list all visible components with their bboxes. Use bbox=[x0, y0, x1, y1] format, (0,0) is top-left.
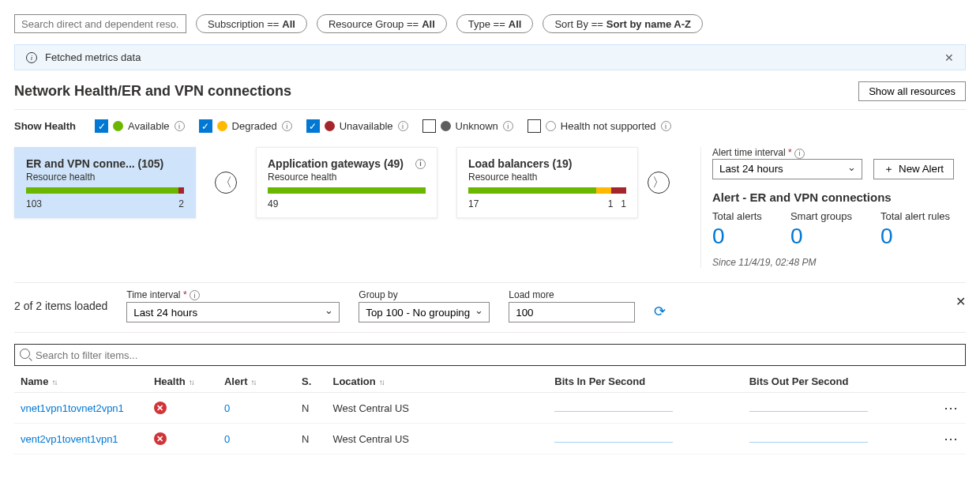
status-dot-icon bbox=[325, 121, 335, 131]
title-row: Network Health/ER and VPN connections Sh… bbox=[14, 81, 966, 101]
sort-icon: ↑↓ bbox=[251, 378, 256, 387]
alert-count-link[interactable]: 0 bbox=[224, 402, 230, 414]
alert-metric-value[interactable]: 0 bbox=[790, 224, 852, 249]
health-option-label: Available bbox=[128, 120, 170, 132]
carousel-next-button[interactable]: 〉 bbox=[648, 172, 670, 194]
error-icon: ✕ bbox=[154, 432, 167, 445]
alert-interval-label: Alert time interval * i bbox=[712, 147, 862, 159]
alert-count-link[interactable]: 0 bbox=[224, 433, 230, 445]
column-header[interactable]: Bits Out Per Second bbox=[743, 371, 937, 393]
health-option-label: Degraded bbox=[232, 120, 277, 132]
health-checkbox[interactable] bbox=[422, 119, 436, 133]
help-icon[interactable]: i bbox=[503, 121, 513, 131]
info-message: Fetched metrics data bbox=[45, 51, 141, 63]
help-icon[interactable]: i bbox=[282, 121, 292, 131]
loadmore-input[interactable] bbox=[509, 302, 635, 322]
resource-card[interactable]: ER and VPN conne... (105)Resource health… bbox=[14, 147, 196, 218]
groupby-label: Group by bbox=[359, 289, 490, 300]
help-icon[interactable]: i bbox=[794, 149, 805, 159]
info-icon: i bbox=[26, 52, 37, 63]
health-checkbox[interactable] bbox=[95, 119, 108, 133]
alert-panel: Alert time interval * i Last 24 hours ＋ … bbox=[681, 147, 966, 268]
top-toolbar: Subscription == AllResource Group == All… bbox=[14, 14, 966, 33]
close-icon[interactable]: ✕ bbox=[944, 51, 954, 64]
loadmore-label: Load more bbox=[509, 289, 635, 300]
subscription-cell: N bbox=[295, 393, 326, 424]
filter-search-row bbox=[14, 344, 966, 366]
search-input[interactable] bbox=[14, 14, 186, 33]
status-dot-icon bbox=[546, 121, 556, 131]
health-checkbox[interactable] bbox=[528, 119, 541, 133]
row-menu-button[interactable]: ⋯ bbox=[944, 431, 959, 447]
mid-row: ER and VPN conne... (105)Resource health… bbox=[14, 147, 966, 268]
filter-pill[interactable]: Sort By == Sort by name A-Z bbox=[543, 14, 703, 33]
alert-metric-label: Total alert rules bbox=[880, 210, 950, 222]
help-icon[interactable]: i bbox=[661, 121, 671, 131]
alert-metric-value[interactable]: 0 bbox=[712, 224, 762, 249]
plus-icon: ＋ bbox=[884, 162, 894, 176]
alert-heading: Alert - ER and VPN connections bbox=[712, 190, 966, 204]
sparkline-in bbox=[554, 404, 673, 412]
resource-card[interactable]: Application gateways (49)iResource healt… bbox=[256, 147, 437, 218]
carousel-prev-button[interactable]: 〈 bbox=[215, 172, 237, 194]
controls-row: 2 of 2 items loaded Time interval * i La… bbox=[14, 282, 966, 334]
status-dot-icon bbox=[217, 121, 227, 131]
resource-link[interactable]: vent2vp1tovent1vpn1 bbox=[21, 433, 118, 445]
show-all-resources-button[interactable]: Show all resources bbox=[858, 81, 966, 101]
results-table: Name↑↓Health↑↓Alert↑↓S.Location↑↓Bits In… bbox=[14, 371, 966, 454]
cards-zone: ER and VPN conne... (105)Resource health… bbox=[14, 147, 670, 218]
filter-pill[interactable]: Type == All bbox=[456, 14, 534, 33]
refresh-icon[interactable]: ⟳ bbox=[654, 303, 666, 320]
subscription-cell: N bbox=[295, 424, 326, 454]
location-cell: West Central US bbox=[326, 393, 548, 424]
filter-pill[interactable]: Subscription == All bbox=[196, 14, 307, 33]
help-icon[interactable]: i bbox=[175, 121, 185, 131]
help-icon[interactable]: i bbox=[398, 121, 408, 131]
time-interval-select[interactable]: Last 24 hours bbox=[126, 302, 340, 322]
column-header[interactable]: Location↑↓ bbox=[326, 371, 548, 393]
alert-metric-label: Smart groups bbox=[790, 210, 852, 222]
info-icon[interactable]: i bbox=[415, 159, 426, 169]
row-menu-button[interactable]: ⋯ bbox=[944, 400, 959, 416]
health-option-label: Health not supported bbox=[561, 120, 656, 132]
table-row: vent2vp1tovent1vpn1✕0NWest Central US⋯ bbox=[14, 424, 966, 454]
show-health-label: Show Health bbox=[14, 120, 76, 132]
health-filter-row: Show Health AvailableiDegradediUnavailab… bbox=[14, 119, 966, 133]
table-row: vnet1vpn1tovnet2vpn1✕0NWest Central US⋯ bbox=[14, 393, 966, 424]
close-icon[interactable]: ✕ bbox=[956, 294, 966, 309]
page-title: Network Health/ER and VPN connections bbox=[14, 83, 291, 100]
column-header[interactable]: Name↑↓ bbox=[14, 371, 148, 393]
sort-icon: ↑↓ bbox=[189, 378, 193, 387]
help-icon[interactable]: i bbox=[190, 290, 200, 300]
sort-icon: ↑↓ bbox=[51, 378, 56, 387]
column-header[interactable]: Alert↑↓ bbox=[218, 371, 295, 393]
health-option-label: Unavailable bbox=[340, 120, 393, 132]
info-bar: i Fetched metrics data ✕ bbox=[14, 44, 966, 70]
sparkline-out bbox=[749, 404, 868, 412]
resource-card[interactable]: Load balancers (19)Resource health1711 bbox=[456, 147, 638, 218]
health-checkbox[interactable] bbox=[199, 119, 212, 133]
new-alert-button[interactable]: ＋ New Alert bbox=[873, 159, 954, 179]
status-dot-icon bbox=[113, 121, 123, 131]
search-icon bbox=[20, 349, 30, 359]
groupby-select[interactable]: Top 100 - No grouping bbox=[359, 302, 490, 322]
health-checkbox[interactable] bbox=[306, 119, 320, 133]
alert-metric-value[interactable]: 0 bbox=[880, 224, 950, 249]
filter-pill[interactable]: Resource Group == All bbox=[317, 14, 447, 33]
resource-link[interactable]: vnet1vpn1tovnet2vpn1 bbox=[21, 402, 124, 414]
error-icon: ✕ bbox=[154, 402, 167, 414]
health-option-label: Unknown bbox=[456, 120, 498, 132]
sparkline-out bbox=[749, 435, 868, 443]
column-header[interactable]: S. bbox=[295, 371, 326, 393]
column-header[interactable]: Health↑↓ bbox=[148, 371, 218, 393]
sort-icon: ↑↓ bbox=[379, 378, 384, 387]
location-cell: West Central US bbox=[326, 424, 548, 454]
sparkline-in bbox=[554, 435, 673, 443]
alert-since: Since 11/4/19, 02:48 PM bbox=[712, 257, 966, 268]
alert-interval-select[interactable]: Last 24 hours bbox=[712, 159, 862, 179]
status-dot-icon bbox=[441, 121, 451, 131]
alert-metric-label: Total alerts bbox=[712, 210, 762, 222]
column-header[interactable]: Bits In Per Second bbox=[548, 371, 742, 393]
items-loaded-text: 2 of 2 items loaded bbox=[14, 300, 107, 312]
filter-search-input[interactable] bbox=[14, 344, 966, 366]
